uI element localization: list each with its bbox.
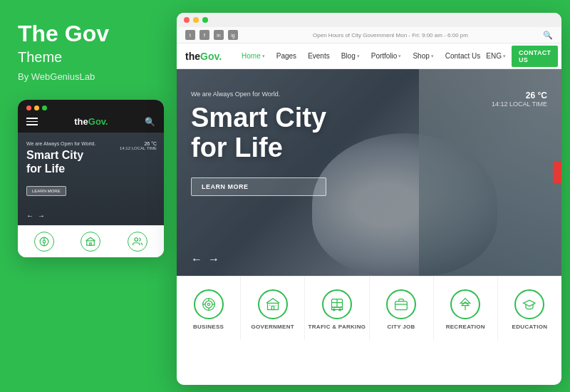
desktop-dot-yellow bbox=[193, 17, 199, 23]
theme-title: The Gov bbox=[18, 21, 153, 46]
theme-subtitle: Theme bbox=[18, 49, 153, 66]
mobile-icon-government[interactable] bbox=[81, 232, 100, 253]
icon-circle-government bbox=[258, 289, 288, 319]
icon-label-government: GOVERNMENT bbox=[252, 324, 294, 330]
mobile-learn-more-button[interactable]: LEARN MORE bbox=[26, 186, 66, 196]
contact-us-button[interactable]: CONTACT US bbox=[512, 46, 558, 67]
hero-slider-arrows: ← → bbox=[191, 253, 219, 266]
shop-chevron-icon: ▾ bbox=[431, 53, 434, 59]
icon-label-recreation: RECREATION bbox=[446, 324, 485, 330]
mobile-top-bar bbox=[18, 100, 164, 110]
hamburger-icon[interactable] bbox=[26, 118, 38, 125]
instagram-icon[interactable]: ig bbox=[228, 30, 238, 40]
icon-label-cityjob: CITY JOB bbox=[388, 324, 415, 330]
building-icon bbox=[266, 297, 280, 311]
nav-blog[interactable]: Blog ▾ bbox=[336, 43, 366, 69]
svg-point-6 bbox=[135, 238, 138, 242]
icon-circle-traffic bbox=[322, 289, 352, 319]
svg-point-9 bbox=[207, 303, 209, 305]
desktop-info-bar: t f in ig Open Hours of City Government … bbox=[177, 27, 561, 43]
hero-next-arrow[interactable]: → bbox=[208, 253, 219, 266]
hero-red-tab bbox=[553, 162, 561, 183]
svg-point-1 bbox=[43, 240, 46, 243]
nav-right: ENG ▾ CONTACT US bbox=[486, 46, 558, 67]
icon-business[interactable]: BUSINESS bbox=[177, 277, 241, 340]
svg-rect-5 bbox=[90, 243, 91, 246]
graduation-icon bbox=[522, 297, 537, 311]
svg-rect-24 bbox=[395, 301, 408, 310]
bus-icon bbox=[330, 297, 344, 311]
mobile-icon-circle-business bbox=[34, 232, 54, 252]
icon-circle-business bbox=[194, 289, 224, 319]
desktop-hero: We are Always Open for World. Smart City… bbox=[177, 69, 561, 276]
svg-point-8 bbox=[205, 301, 212, 308]
target-icon bbox=[202, 297, 216, 311]
desktop-top-bar bbox=[177, 13, 561, 27]
twitter-icon[interactable]: t bbox=[185, 30, 195, 40]
icon-traffic[interactable]: TRAFIC & PARKING bbox=[305, 277, 369, 340]
mobile-next-arrow[interactable]: → bbox=[38, 212, 45, 220]
mobile-icon-circle-recreation bbox=[128, 232, 147, 252]
icon-circle-recreation bbox=[450, 289, 480, 319]
nav-shop[interactable]: Shop ▾ bbox=[407, 43, 439, 69]
mobile-dot-red bbox=[26, 105, 31, 110]
left-panel: The Gov Theme By WebGeniusLab theGov. 🔍 … bbox=[0, 0, 171, 392]
mobile-prev-arrow[interactable]: ← bbox=[26, 212, 33, 220]
mobile-nav-bar: theGov. 🔍 bbox=[18, 110, 164, 133]
desktop-icons-section: BUSINESS GOVERNMENT bbox=[177, 276, 561, 340]
mobile-slider-arrows: ← → bbox=[26, 212, 45, 220]
svg-rect-15 bbox=[271, 306, 274, 310]
mobile-mockup: theGov. 🔍 We are Always Open for World. … bbox=[18, 100, 164, 257]
home-chevron-icon: ▾ bbox=[262, 53, 265, 59]
icon-government[interactable]: GOVERNMENT bbox=[241, 277, 305, 340]
mobile-window-dots bbox=[26, 105, 47, 110]
hero-weather: 26 °C 14:12 LOCAL TIME bbox=[492, 91, 547, 108]
icon-circle-education bbox=[514, 289, 544, 319]
icon-label-education: EDUCATION bbox=[512, 324, 548, 330]
mobile-icon-recreation[interactable] bbox=[128, 232, 147, 253]
mobile-weather: 26 °C 14:12 LOCAL TIME bbox=[120, 141, 157, 150]
tree-icon bbox=[458, 297, 472, 311]
nav-portfolio[interactable]: Portfolio ▾ bbox=[366, 43, 408, 69]
mobile-hero: We are Always Open for World. Smart City… bbox=[18, 133, 164, 225]
hero-temp: 26 °C bbox=[492, 91, 547, 100]
hero-time: 14:12 LOCAL TIME bbox=[492, 100, 547, 108]
desktop-mockup: t f in ig Open Hours of City Government … bbox=[177, 13, 561, 385]
nav-events[interactable]: Events bbox=[302, 43, 336, 69]
desktop-brand: theGov. bbox=[185, 51, 222, 62]
mobile-dot-green bbox=[42, 105, 47, 110]
social-icons: t f in ig bbox=[185, 30, 238, 40]
mobile-search-icon[interactable]: 🔍 bbox=[145, 117, 155, 127]
mobile-icons-row bbox=[18, 225, 164, 257]
hero-subtitle: We are Always Open for World. bbox=[191, 91, 326, 98]
facebook-icon[interactable]: f bbox=[200, 30, 209, 40]
nav-pages[interactable]: Pages bbox=[271, 43, 302, 69]
hero-learn-more-button[interactable]: LEARN MORE bbox=[191, 177, 326, 196]
language-selector[interactable]: ENG ▾ bbox=[486, 52, 506, 60]
hero-content: We are Always Open for World. Smart City… bbox=[191, 91, 326, 196]
office-hours: Open Hours of City Government Mon - Fri:… bbox=[313, 32, 468, 38]
nav-home[interactable]: Home ▾ bbox=[236, 43, 271, 69]
icon-recreation[interactable]: RECREATION bbox=[434, 277, 498, 340]
blog-chevron-icon: ▾ bbox=[357, 53, 360, 59]
nav-contact[interactable]: Contact Us bbox=[440, 43, 486, 69]
by-line: By WebGeniusLab bbox=[18, 71, 153, 82]
mobile-icon-business[interactable] bbox=[34, 232, 54, 253]
desktop-search-icon[interactable]: 🔍 bbox=[543, 31, 553, 40]
mobile-icon-circle-government bbox=[81, 232, 100, 252]
desktop-dot-green bbox=[202, 17, 208, 23]
icon-label-business: BUSINESS bbox=[193, 324, 224, 330]
icon-label-traffic: TRAFIC & PARKING bbox=[309, 324, 366, 330]
mobile-dot-yellow bbox=[34, 105, 39, 110]
icon-education[interactable]: EDUCATION bbox=[498, 277, 561, 340]
mobile-hero-title: Smart Cityfor Life bbox=[26, 149, 155, 175]
hero-prev-arrow[interactable]: ← bbox=[191, 253, 202, 266]
nav-items: Home ▾ Pages Events Blog ▾ Portfolio ▾ S… bbox=[236, 43, 486, 69]
linkedin-icon[interactable]: in bbox=[214, 30, 224, 40]
icon-circle-cityjob bbox=[386, 289, 416, 319]
icon-cityjob[interactable]: CITY JOB bbox=[370, 277, 434, 340]
hero-title: Smart Cityfor Life bbox=[191, 103, 326, 163]
briefcase-icon bbox=[394, 297, 408, 311]
mobile-temp: 26 °C bbox=[120, 141, 157, 146]
desktop-dot-red bbox=[184, 17, 190, 23]
